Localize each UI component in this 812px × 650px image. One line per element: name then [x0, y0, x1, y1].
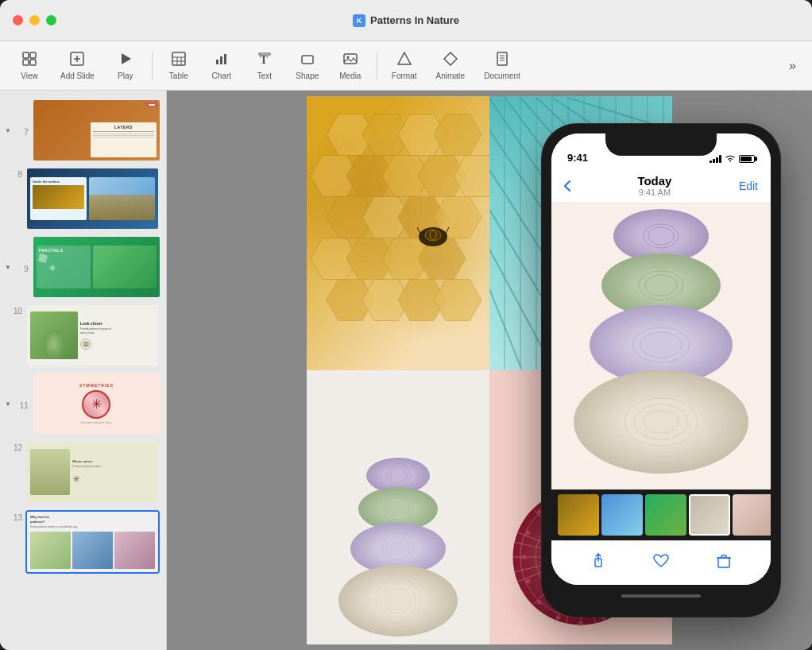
format-button[interactable]: Format [384, 47, 425, 85]
iphone-device: 9:41 [542, 124, 780, 617]
iphone-thumbnail-strip [551, 489, 771, 540]
table-icon [172, 52, 186, 68]
iphone-subtitle: 9:41 AM [570, 188, 739, 197]
keynote-icon: K [353, 14, 365, 27]
app-window: K Patterns In Nature View Add Slide Play [0, 0, 812, 650]
thumbnail-5[interactable] [733, 494, 771, 536]
svg-rect-19 [344, 54, 357, 64]
svg-point-102 [526, 579, 531, 584]
svg-point-113 [624, 398, 698, 446]
svg-point-68 [387, 497, 409, 520]
iphone-trash-button[interactable] [715, 552, 733, 575]
thumbnail-1[interactable] [558, 494, 599, 536]
slide-group-9: ▼ 9 FRACTALS [0, 234, 166, 300]
iphone-back-button[interactable] [564, 180, 570, 192]
svg-point-71 [376, 578, 420, 623]
svg-line-50 [417, 227, 421, 235]
window-controls [13, 15, 56, 25]
svg-point-104 [526, 531, 531, 536]
document-button[interactable]: Document [476, 47, 528, 85]
iphone-share-button[interactable] [590, 552, 607, 575]
svg-point-49 [425, 230, 441, 241]
iphone-time: 9:41 [567, 152, 588, 164]
slide-thumb-9[interactable]: FRACTALS [32, 235, 161, 299]
group-expand-7[interactable]: ▼ [5, 127, 11, 134]
shape-icon [300, 52, 315, 68]
view-button[interactable]: View [10, 47, 49, 85]
minimize-button[interactable] [29, 15, 40, 25]
toolbar-separator-2 [377, 52, 377, 80]
iphone-photo-content [551, 203, 771, 489]
svg-rect-1 [30, 52, 36, 58]
slide-group-12: 12 Mirror, mirror Perfect symmetry in na… [0, 437, 166, 507]
animate-label: Animate [435, 72, 465, 80]
toolbar-separator-1 [152, 52, 153, 80]
canvas-area: 9:41 [167, 91, 812, 650]
text-button[interactable]: T Text [245, 47, 284, 85]
signal-icon [710, 155, 721, 163]
media-label: Media [339, 72, 361, 80]
group-expand-9[interactable]: ▼ [5, 264, 11, 271]
slide-thumb-13[interactable]: Why look forpatterns? Seeing patterns re… [25, 510, 160, 574]
more-button[interactable]: » [783, 56, 802, 76]
main-area: ▼ 7 LAYERS [0, 91, 812, 650]
animate-button[interactable]: Animate [427, 47, 473, 85]
svg-point-115 [644, 411, 679, 433]
iphone-heart-button[interactable] [652, 552, 670, 575]
chart-button[interactable]: Chart [202, 47, 242, 85]
svg-line-51 [445, 227, 449, 235]
iphone-notch [605, 133, 717, 156]
sidebar: ▼ 7 LAYERS [0, 91, 167, 650]
chart-label: Chart [212, 72, 231, 80]
media-button[interactable]: Media [331, 47, 370, 85]
slide-thumb-12[interactable]: Mirror, mirror Perfect symmetry in natur… [25, 440, 160, 504]
slide-group-11: ▼ 11 SYMMETRIES ✳ Symmetries abound in n… [0, 370, 166, 437]
toolbar: View Add Slide Play Table Chart [0, 41, 812, 91]
slide-thumb-8[interactable]: Under the surface [25, 167, 160, 230]
slide-thumb-10[interactable]: Look closer Fractal patterns repeat atev… [25, 304, 160, 367]
maximize-button[interactable] [46, 15, 56, 25]
thumbnail-2[interactable] [601, 494, 643, 536]
text-icon: T [257, 52, 272, 68]
document-label: Document [484, 72, 520, 80]
table-button[interactable]: Table [159, 47, 199, 85]
iphone-edit-button[interactable]: Edit [739, 180, 758, 192]
slide-quadrant-1 [307, 96, 489, 370]
slide-number-8: 8 [6, 170, 22, 179]
svg-marker-29 [434, 114, 481, 156]
thumbnail-3[interactable] [645, 494, 686, 536]
shape-button[interactable]: Shape [288, 47, 327, 85]
slide-group-8: 8 Under the surface [0, 164, 166, 234]
group-expand-11[interactable]: ▼ [5, 400, 11, 408]
svg-marker-34 [454, 156, 489, 197]
close-button[interactable] [13, 15, 23, 25]
svg-marker-7 [122, 53, 131, 64]
svg-marker-21 [398, 52, 411, 64]
iphone-navbar: Today 9:41 AM Edit [551, 168, 771, 203]
slide-number-12: 12 [6, 443, 22, 452]
svg-point-110 [645, 275, 677, 296]
add-slide-button[interactable]: Add Slide [52, 47, 102, 85]
svg-rect-13 [216, 60, 218, 64]
play-icon [118, 52, 133, 68]
add-slide-icon [70, 52, 84, 68]
slide-thumb-11[interactable]: SYMMETRIES ✳ Symmetries abound in nature… [32, 372, 161, 435]
add-slide-label: Add Slide [60, 72, 95, 80]
svg-rect-118 [718, 558, 729, 567]
iphone-bottom-toolbar [551, 540, 771, 585]
svg-point-103 [522, 555, 527, 559]
play-button[interactable]: Play [106, 47, 145, 85]
thumbnail-4-selected[interactable] [689, 494, 730, 536]
svg-rect-8 [172, 52, 185, 65]
document-icon [495, 52, 509, 68]
svg-point-70 [386, 536, 410, 560]
wifi-icon [725, 154, 736, 164]
slide-group-10: 10 Look closer Fractal patterns repeat a… [0, 300, 166, 370]
window-title: K Patterns In Nature [353, 14, 459, 27]
slide-thumb-7[interactable]: LAYERS [32, 99, 161, 162]
titlebar: K Patterns In Nature [0, 0, 812, 41]
media-icon [343, 52, 358, 68]
view-icon [22, 52, 37, 68]
iphone-status-icons [710, 154, 755, 164]
svg-point-108 [648, 227, 674, 245]
